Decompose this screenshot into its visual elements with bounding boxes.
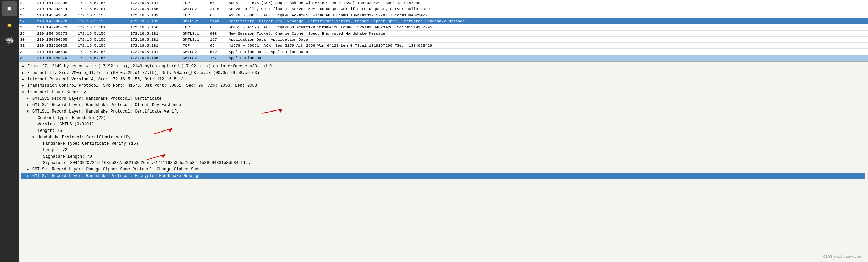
svg-line-2 xyxy=(154,128,172,134)
detail-siglength-text: Signature length: 70 xyxy=(43,154,92,160)
expand-arrow-ethernet: ► xyxy=(22,70,27,76)
detail-signature-text: Signature: 30440220724fe163db237ae821b3c… xyxy=(43,160,253,166)
detail-hstype-row[interactable]: Handshake Type: Certificate Verify (15) xyxy=(21,141,865,147)
detail-hslength-text: Length: 72 xyxy=(43,147,67,154)
detail-contenttype-row[interactable]: Content Type: Handshake (22) xyxy=(21,115,865,121)
svg-marker-3 xyxy=(169,128,172,133)
detail-frame-row[interactable]: ► Frame 27: 2149 bytes on wire (17192 bi… xyxy=(21,63,865,70)
svg-line-0 xyxy=(262,109,282,113)
watermark: CSDN @xihuanyuyue xyxy=(823,254,861,260)
detail-signature-row[interactable]: Signature: 30440220724fe163db237ae821b3c… xyxy=(21,160,865,166)
detail-tls-text: Transport Layer Security xyxy=(27,89,86,96)
detail-tls-row[interactable]: ▼ Transport Layer Security xyxy=(21,89,865,96)
expand-arrow-frame: ► xyxy=(22,63,27,70)
detail-hslength-row[interactable]: Length: 72 xyxy=(21,147,865,154)
detail-changecipherspec-text: GMTLSv1 Record Layer: Change Cipher Spec… xyxy=(32,166,201,173)
detail-cert-row[interactable]: ► GMTLSv1 Record Layer: Handshake Protoc… xyxy=(21,96,865,102)
table-row[interactable]: 30 210.150794965 172.16.5.156 172.16.5.1… xyxy=(19,37,868,43)
watermark-text: CSDN @xihuanyuyue xyxy=(823,255,861,259)
expand-arrow-ip: ► xyxy=(22,76,27,83)
detail-version-text: Version: GMTLS (0x0101) xyxy=(38,121,94,128)
bug-sidebar-icon[interactable]: ✸ xyxy=(2,18,17,33)
detail-certverify-row[interactable]: ▼ GMTLSv1 Record Layer: Handshake Protoc… xyxy=(21,108,865,115)
detail-ip-text: Internet Protocol Version 4, Src: 172.16… xyxy=(27,76,186,83)
detail-ethernet-text: Ethernet II, Src: VMware_d1:77:f5 (00:0c… xyxy=(27,70,259,76)
expand-arrow-clientkey: ► xyxy=(27,102,32,108)
expand-arrow-certverify: ▼ xyxy=(27,108,32,115)
table-row[interactable]: 26 210.143841850 172.16.5.156 172.16.5.1… xyxy=(19,12,868,18)
svg-marker-5 xyxy=(162,154,165,158)
detail-clientkey-row[interactable]: ► GMTLSv1 Record Layer: Handshake Protoc… xyxy=(21,102,865,108)
detail-frame-text: Frame 27: 2149 bytes on wire (17192 bits… xyxy=(27,63,272,70)
detail-encrypted-text: GMTLSv1 Record Layer: Handshake Protocol… xyxy=(32,173,201,179)
detail-length-text: Length: 76 xyxy=(38,128,62,134)
expand-arrow-handshake: ▼ xyxy=(32,134,37,141)
main-content: 24 210.141372308 172.16.5.156 172.16.5.1… xyxy=(19,0,868,262)
detail-siglength-row[interactable]: Signature length: 70 xyxy=(21,154,865,160)
expand-arrow-cert: ► xyxy=(27,96,32,102)
terminal-sidebar-icon[interactable]: ▣ xyxy=(2,1,17,16)
detail-handshake-text: Handshake Protocol: Certificate Verify xyxy=(38,134,131,141)
detail-clientkey-text: GMTLSv1 Record Layer: Handshake Protocol… xyxy=(32,102,181,108)
table-row[interactable]: 29 210.150400273 172.16.5.156 172.16.5.1… xyxy=(19,31,868,37)
expand-arrow-tcp: ► xyxy=(22,83,27,89)
detail-cert-text: GMTLSv1 Record Layer: Handshake Protocol… xyxy=(32,96,162,102)
table-row[interactable]: 25 210.143393614 172.16.5.181 172.16.5.1… xyxy=(19,6,868,12)
detail-pane: ► Frame 27: 2149 bytes on wire (17192 bi… xyxy=(19,61,868,262)
detail-tcp-row[interactable]: ► Transmission Control Protocol, Src Por… xyxy=(21,83,865,89)
packet-table: 24 210.141372308 172.16.5.156 172.16.5.1… xyxy=(19,0,868,61)
expand-arrow-tls: ▼ xyxy=(22,89,27,96)
sidebar: ▣ ✸ 🦈 xyxy=(0,0,19,262)
detail-tcp-text: Transmission Control Protocol, Src Port:… xyxy=(27,83,257,89)
table-row-selected[interactable]: 27 210.147886778 172.16.5.156 172.16.5.1… xyxy=(19,18,868,24)
detail-handshake-row[interactable]: ▼ Handshake Protocol: Certificate Verify xyxy=(21,134,865,141)
detail-contenttype-text: Content Type: Handshake (22) xyxy=(38,115,106,121)
detail-length-row[interactable]: Length: 76 xyxy=(21,128,865,134)
svg-marker-1 xyxy=(279,109,282,113)
expand-arrow-changecipherspec: ► xyxy=(27,166,32,173)
table-row[interactable]: 28 210.147982073 172.16.5.181 172.16.5.1… xyxy=(19,24,868,31)
detail-changecipherspec-row[interactable]: ► GMTLSv1 Record Layer: Change Cipher Sp… xyxy=(21,166,865,173)
detail-version-row[interactable]: Version: GMTLS (0x0101) xyxy=(21,121,865,128)
detail-hstype-text: Handshake Type: Certificate Verify (15) xyxy=(43,141,138,147)
table-row[interactable]: 31 210.151626025 172.16.5.156 172.16.5.1… xyxy=(19,43,868,49)
shark-sidebar-icon[interactable]: 🦈 xyxy=(2,34,17,49)
detail-certverify-text: GMTLSv1 Record Layer: Handshake Protocol… xyxy=(32,108,179,115)
detail-ip-row[interactable]: ► Internet Protocol Version 4, Src: 172.… xyxy=(21,76,865,83)
svg-line-4 xyxy=(147,154,165,160)
expand-arrow-encrypted: ► xyxy=(27,173,32,179)
table-row[interactable]: 32 210.151906630 172.16.5.156 172.16.5.1… xyxy=(19,49,868,55)
detail-encrypted-row[interactable]: ► GMTLSv1 Record Layer: Handshake Protoc… xyxy=(21,173,865,179)
detail-ethernet-row[interactable]: ► Ethernet II, Src: VMware_d1:77:f5 (00:… xyxy=(21,70,865,76)
table-row-highlighted[interactable]: 33 210.152149070 172.16.5.156 172.16.5.1… xyxy=(19,55,868,61)
table-row[interactable]: 24 210.141372308 172.16.5.156 172.16.5.1… xyxy=(19,0,868,6)
